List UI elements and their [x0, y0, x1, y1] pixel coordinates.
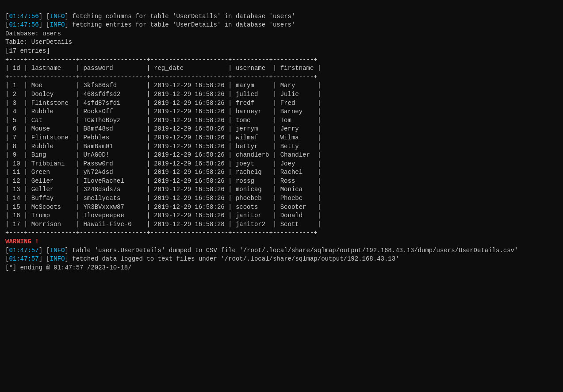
terminal-line: | 16 | Trump | Ilovepeepee | 2019-12-29 …	[5, 211, 558, 220]
terminal-line: | 4 | Rubble | RocksOff | 2019-12-29 16:…	[5, 108, 558, 116]
terminal-line: [*] ending @ 01:47:57 /2023-10-18/	[5, 264, 558, 273]
terminal-line: | 17 | Morrison | Hawaii-Five-0 | 2019-1…	[5, 220, 558, 229]
terminal-line: +----+-------------+------------------+-…	[5, 73, 558, 82]
terminal-line: | 9 | Bing | UrAG0D! | 2019-12-29 16:58:…	[5, 151, 558, 160]
terminal-line: | 2 | Dooley | 468sfdfsd2 | 2019-12-29 1…	[5, 90, 558, 99]
terminal-line: [01:47:56] [INFO] fetching entries for t…	[5, 21, 558, 30]
terminal-line: | 3 | Flintstone | 4sfd87sfd1 | 2019-12-…	[5, 99, 558, 108]
terminal-line: | 11 | Green | yN72#dsd | 2019-12-29 16:…	[5, 168, 558, 177]
terminal-line: Table: UserDetails	[5, 38, 558, 47]
terminal-line: [01:47:57] [INFO] table 'users.UserDetai…	[5, 246, 558, 255]
terminal-line: [01:47:57] [INFO] fetched data logged to…	[5, 255, 558, 264]
terminal-output: [01:47:56] [INFO] fetching columns for t…	[5, 4, 558, 272]
terminal-line: | 13 | Geller | 3248dsds7s | 2019-12-29 …	[5, 185, 558, 194]
terminal-line: | 1 | Moe | 3kfs86sfd | 2019-12-29 16:58…	[5, 81, 558, 90]
terminal-line: [17 entries]	[5, 47, 558, 56]
terminal-line: | 6 | Mouse | B8m#48sd | 2019-12-29 16:5…	[5, 125, 558, 134]
terminal-line: | 12 | Geller | ILoveRachel | 2019-12-29…	[5, 177, 558, 186]
terminal-line: [01:47:56] [INFO] fetching columns for t…	[5, 12, 558, 21]
terminal-line: | 7 | Flintstone | Pebbles | 2019-12-29 …	[5, 134, 558, 142]
terminal-line: | 15 | McScoots | YR3BVxxxw87 | 2019-12-…	[5, 203, 558, 212]
terminal-line: | id | lastname | password | reg_date | …	[5, 64, 558, 73]
terminal-line: Database: users	[5, 30, 558, 38]
terminal-line: | 5 | Cat | TC&TheBoyz | 2019-12-29 16:5…	[5, 116, 558, 125]
terminal-line: WARNING !	[5, 238, 558, 246]
terminal-line: | 8 | Rubble | BamBam01 | 2019-12-29 16:…	[5, 142, 558, 151]
terminal-line: | 14 | Buffay | smellycats | 2019-12-29 …	[5, 194, 558, 203]
terminal-line: +----+-------------+------------------+-…	[5, 56, 558, 65]
terminal-line: +----+-------------+------------------+-…	[5, 229, 558, 238]
terminal-line: | 10 | Tribbiani | Passw0rd | 2019-12-29…	[5, 160, 558, 169]
